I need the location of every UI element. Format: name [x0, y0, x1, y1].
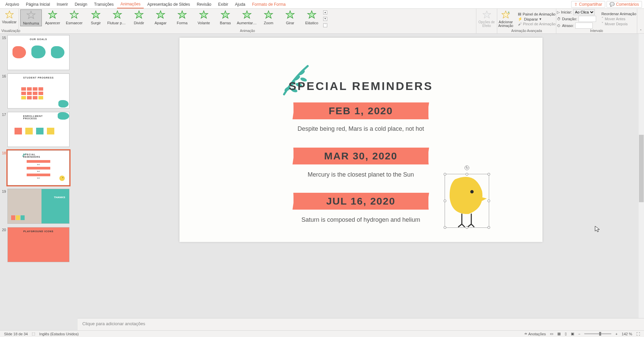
- chick-shape-icon: [445, 174, 489, 228]
- scrollbar-thumb[interactable]: [639, 135, 644, 202]
- language-indicator[interactable]: Inglês (Estados Unidos): [37, 332, 81, 336]
- rotate-handle[interactable]: [465, 165, 469, 170]
- menu-revisao[interactable]: Revisão: [193, 1, 215, 8]
- timing-start-select[interactable]: Ao Clicar: [573, 9, 595, 15]
- zoom-slider-knob[interactable]: [599, 332, 601, 336]
- timing-duration-input[interactable]: [579, 16, 596, 22]
- accessibility-icon[interactable]: ⬚: [30, 332, 37, 336]
- preview-group-label: Visualização: [1, 28, 17, 33]
- slide-canvas[interactable]: SPECIAL REMINDERS FEB 1, 2020 Despite be…: [179, 38, 542, 242]
- slide-thumbnail-panel[interactable]: 15 OUR GOALS 16 STUDENT PROGRESS 17: [0, 34, 78, 330]
- svg-point-1: [59, 176, 65, 181]
- notes-area[interactable]: Clique para adicionar anotações: [78, 318, 644, 330]
- share-button[interactable]: ⇪Compartilhar: [571, 1, 605, 8]
- slide-counter: Slide 18 de 34: [2, 332, 30, 336]
- anim-wheel[interactable]: Volante: [193, 9, 215, 26]
- anim-swivel[interactable]: Girar: [279, 9, 301, 26]
- view-sorter-button[interactable]: ▦: [555, 332, 563, 336]
- editor-vertical-scrollbar[interactable]: [639, 34, 644, 318]
- star-icon: [307, 10, 316, 20]
- anim-bounce[interactable]: Elástico: [301, 9, 323, 26]
- view-reading-button[interactable]: ▯: [563, 332, 569, 336]
- effect-options-icon: [482, 10, 492, 20]
- thumb-slide-19[interactable]: THANKS: [7, 189, 69, 224]
- resize-handle-w[interactable]: [444, 200, 446, 202]
- notes-toggle[interactable]: ≐ Anotações: [522, 332, 548, 336]
- menu-transicoes[interactable]: Transições: [91, 1, 117, 8]
- animation-gallery-scroll[interactable]: ▲▼‾: [323, 9, 328, 28]
- reminder-3-date: JUL 16, 2020: [326, 195, 395, 207]
- mouse-cursor-icon: [595, 226, 600, 233]
- thumb-num-16: 16: [1, 73, 7, 78]
- slide-title[interactable]: SPECIAL REMINDERS: [288, 80, 433, 93]
- resize-handle-e[interactable]: [487, 200, 490, 202]
- menu-ajuda[interactable]: Ajuda: [232, 1, 249, 8]
- move-before-button: ˄ Mover Antes: [601, 17, 636, 21]
- zoom-in-button[interactable]: +: [613, 332, 619, 336]
- reminder-1-date: FEB 1, 2020: [329, 105, 393, 117]
- comments-button[interactable]: 💬Comentários: [607, 1, 642, 8]
- thumb-slide-15[interactable]: OUR GOALS: [7, 35, 69, 70]
- thumb-num-17: 17: [1, 112, 7, 117]
- fit-window-button[interactable]: ⛶: [634, 332, 642, 336]
- anim-appear[interactable]: Aparecer: [42, 9, 63, 26]
- star-icon: [134, 10, 144, 20]
- anim-flyin[interactable]: Surgir: [85, 9, 107, 26]
- menu-exibir[interactable]: Exibir: [215, 1, 232, 8]
- reminder-3-date-strip[interactable]: JUL 16, 2020: [293, 193, 428, 210]
- anim-bars[interactable]: Barras: [215, 9, 236, 26]
- trigger-button[interactable]: ⚡Disparar ▾: [518, 17, 556, 21]
- pane-icon: ▤: [518, 12, 521, 16]
- anim-zoom[interactable]: Zoom: [258, 9, 279, 26]
- menu-animacoes[interactable]: Animações: [117, 0, 144, 8]
- anim-wipe[interactable]: Apagar: [150, 9, 171, 26]
- slide-editor[interactable]: SPECIAL REMINDERS FEB 1, 2020 Despite be…: [78, 34, 644, 330]
- reorder-label: Reordenar Animação: [601, 12, 636, 16]
- menu-design[interactable]: Design: [71, 1, 90, 8]
- resize-handle-nw[interactable]: [444, 173, 446, 176]
- thumb-num-18: 18: [1, 150, 7, 155]
- view-slideshow-button[interactable]: ▣: [569, 332, 576, 336]
- menu-apresentacao[interactable]: Apresentação de Slides: [144, 1, 193, 8]
- resize-handle-ne[interactable]: [487, 173, 490, 176]
- resize-handle-s[interactable]: [466, 226, 468, 229]
- anim-shape[interactable]: Forma: [171, 9, 193, 26]
- collapse-ribbon-icon[interactable]: ˄: [640, 29, 642, 33]
- selected-shape-box[interactable]: [445, 174, 489, 228]
- zoom-level[interactable]: 142 %: [620, 332, 634, 336]
- anim-split[interactable]: Dividir: [128, 9, 150, 26]
- anim-grow[interactable]: Aumentar e...: [236, 9, 258, 26]
- thumb-num-20: 20: [1, 227, 7, 232]
- reminder-1-date-strip[interactable]: FEB 1, 2020: [293, 102, 428, 119]
- menu-formato-forma[interactable]: Formato de Forma: [249, 1, 289, 8]
- reminder-2-desc[interactable]: Mercury is the closest planet to the Sun: [308, 171, 414, 178]
- add-animation-button[interactable]: + Adicionar Animação: [496, 9, 515, 28]
- zoom-out-button[interactable]: −: [576, 332, 582, 336]
- zoom-slider[interactable]: [584, 333, 611, 334]
- preview-button[interactable]: Visualizar: [0, 9, 19, 25]
- resize-handle-se[interactable]: [487, 226, 490, 229]
- menu-pagina-inicial[interactable]: Página Inicial: [23, 1, 53, 8]
- thumb-slide-20[interactable]: PLAYGROUND ICONS: [7, 227, 69, 262]
- thumb-num-15: 15: [1, 35, 7, 40]
- resize-handle-sw[interactable]: [444, 226, 446, 229]
- add-animation-icon: +: [501, 10, 510, 20]
- reminder-3-desc[interactable]: Saturn is composed of hydrogen and heliu…: [301, 216, 420, 223]
- chick-mini-icon: [58, 175, 66, 182]
- thumb-num-19: 19: [1, 189, 7, 193]
- reminder-2-date-strip[interactable]: MAR 30, 2020: [293, 148, 428, 164]
- resize-handle-n[interactable]: [466, 173, 468, 176]
- thumb-slide-16[interactable]: STUDENT PROGRESS: [7, 73, 69, 109]
- anim-fade[interactable]: Esmaecer: [63, 9, 85, 26]
- anim-float[interactable]: Flutuar para...: [107, 9, 128, 26]
- thumb-slide-18[interactable]: SPECIAL REMINDERS text text text: [7, 150, 69, 185]
- timing-delay-input[interactable]: [575, 23, 593, 29]
- animation-pane-button[interactable]: ▤Painel de Animação: [518, 12, 556, 16]
- menu-inserir[interactable]: Inserir: [53, 1, 71, 8]
- thumb-slide-17[interactable]: ENROLLMENT PROCESS: [7, 112, 69, 147]
- anim-none[interactable]: Nenhuma: [20, 9, 42, 26]
- reminder-1-desc[interactable]: Despite being red, Mars is a cold place,…: [298, 125, 424, 132]
- view-normal-button[interactable]: ▭: [548, 332, 555, 336]
- star-none-icon: [26, 10, 36, 20]
- menu-arquivo[interactable]: Arquivo: [2, 1, 23, 8]
